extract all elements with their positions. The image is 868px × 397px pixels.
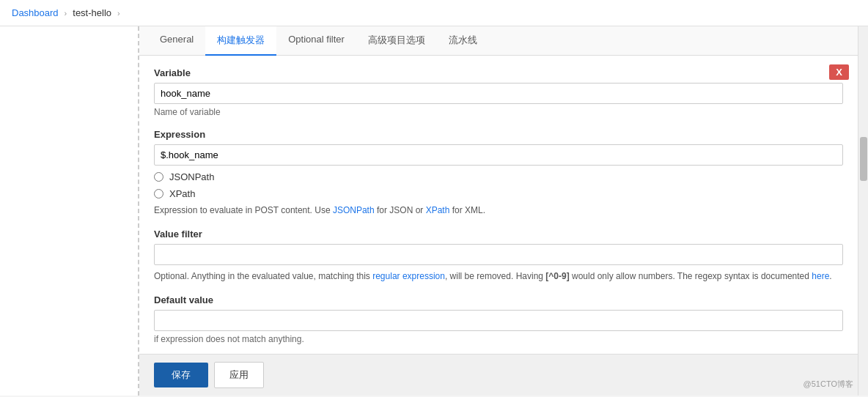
value-filter-bold: [^0-9]: [545, 271, 569, 281]
main-layout: General 构建触发器 Optional filter 高级项目选项 流水线…: [0, 26, 868, 396]
radio-xpath-label: XPath: [169, 188, 195, 199]
variable-section: Variable Name of variable: [154, 67, 843, 117]
expression-xpath-link[interactable]: XPath: [426, 205, 450, 215]
expression-input[interactable]: [154, 144, 843, 166]
tab-build-trigger[interactable]: 构建触发器: [205, 26, 276, 56]
default-value-input[interactable]: [154, 310, 843, 331]
value-filter-hint-start: Optional. Anything in the evaluated valu…: [154, 271, 372, 281]
tab-general[interactable]: General: [148, 26, 205, 56]
expression-hint-text: Expression to evaluate in POST content. …: [154, 205, 333, 215]
value-filter-section: Value filter Optional. Anything in the e…: [154, 229, 843, 283]
scrollbar[interactable]: [858, 26, 868, 396]
radio-xpath[interactable]: XPath: [154, 188, 843, 199]
expression-hint-end: for XML.: [449, 205, 485, 215]
value-filter-input[interactable]: [154, 244, 843, 265]
expression-label: Expression: [154, 129, 843, 140]
form-content: X Variable Name of variable Expression J…: [139, 56, 858, 354]
variable-input[interactable]: [154, 83, 843, 104]
save-button[interactable]: 保存: [154, 363, 208, 387]
left-sidebar: [0, 26, 139, 396]
content-area: General 构建触发器 Optional filter 高级项目选项 流水线…: [139, 26, 858, 396]
default-value-label: Default value: [154, 294, 843, 305]
variable-hint: Name of variable: [154, 107, 843, 117]
value-filter-hint-mid: , will be removed. Having: [445, 271, 545, 281]
default-value-section: Default value if expression does not mat…: [154, 294, 843, 344]
tab-bar: General 构建触发器 Optional filter 高级项目选项 流水线: [139, 26, 858, 56]
breadcrumb: Dashboard › test-hello ›: [0, 0, 868, 26]
apply-button[interactable]: 应用: [214, 362, 264, 388]
value-filter-hint: Optional. Anything in the evaluated valu…: [154, 270, 843, 283]
breadcrumb-home[interactable]: Dashboard: [12, 7, 59, 18]
scrollbar-thumb: [860, 137, 867, 181]
tab-pipeline[interactable]: 流水线: [437, 26, 489, 56]
regex-link[interactable]: regular expression: [372, 271, 445, 281]
expression-hint-mid: for JSON or: [375, 205, 426, 215]
default-value-hint: if expression does not match anything.: [154, 334, 843, 344]
watermark: @51CTO博客: [803, 379, 853, 390]
here-link[interactable]: here: [812, 271, 829, 281]
breadcrumb-sep1: ›: [65, 9, 67, 18]
breadcrumb-sep2: ›: [117, 9, 120, 18]
bottom-bar: 保存 应用: [139, 354, 858, 396]
variable-label: Variable: [154, 67, 843, 78]
tab-advanced-options[interactable]: 高级项目选项: [356, 26, 437, 56]
breadcrumb-page: test-hello: [73, 7, 111, 18]
radio-jsonpath-label: JSONPath: [169, 171, 214, 182]
radio-jsonpath-input[interactable]: [154, 172, 163, 182]
tab-optional-filter[interactable]: Optional filter: [276, 26, 356, 56]
radio-xpath-input[interactable]: [154, 189, 163, 198]
expression-radio-group: JSONPath XPath: [154, 171, 843, 199]
value-filter-hint-end: .: [829, 271, 831, 281]
expression-section: Expression JSONPath XPath Expression to …: [154, 129, 843, 217]
expression-jsonpath-link[interactable]: JSONPath: [333, 205, 375, 215]
radio-jsonpath[interactable]: JSONPath: [154, 171, 843, 182]
value-filter-hint-mid2: would only allow numbers. The regexp syn…: [570, 271, 812, 281]
value-filter-label: Value filter: [154, 229, 843, 240]
expression-hint: Expression to evaluate in POST content. …: [154, 204, 843, 217]
delete-button[interactable]: X: [829, 64, 849, 80]
